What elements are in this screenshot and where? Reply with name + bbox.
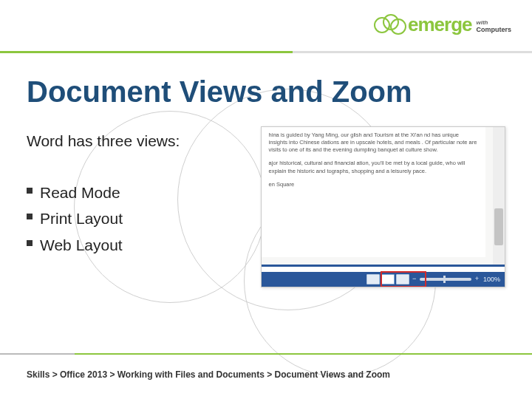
breadcrumb: Skills > Office 2013 > Working with File… <box>27 369 390 380</box>
list-item: Web Layout <box>40 233 248 257</box>
footer-divider <box>0 353 532 355</box>
views-list: Read Mode Print Layout Web Layout <box>27 181 248 257</box>
zoom-thumb[interactable] <box>443 276 446 283</box>
sample-para: en Square <box>269 181 478 188</box>
read-mode-button[interactable] <box>366 274 380 284</box>
logo-rings-icon <box>374 14 406 36</box>
sample-para: ajor historical, cultural and financial … <box>269 160 478 174</box>
sample-para: hina is guided by Yang Ming, our glish a… <box>269 132 478 154</box>
page-border <box>262 265 505 272</box>
list-item: Read Mode <box>40 181 248 205</box>
list-item: Print Layout <box>40 207 248 231</box>
scrollbar[interactable] <box>493 127 505 272</box>
zoom-slider[interactable] <box>420 278 471 281</box>
brand-logo: emerge with Computers <box>374 13 511 36</box>
view-buttons <box>366 274 409 284</box>
web-layout-button[interactable] <box>396 274 409 284</box>
print-layout-button[interactable] <box>381 274 395 284</box>
brand-word: emerge <box>408 13 472 36</box>
slide-title: Document Views and Zoom <box>27 75 505 109</box>
zoom-percent: 100% <box>483 276 500 283</box>
intro-text: Word has three views: <box>27 129 248 153</box>
document-page: hina is guided by Yang Ming, our glish a… <box>262 127 485 257</box>
brand-sub: with Computers <box>476 20 511 33</box>
status-bar: 100% <box>262 272 505 287</box>
word-screenshot: hina is guided by Yang Ming, our glish a… <box>261 126 505 287</box>
